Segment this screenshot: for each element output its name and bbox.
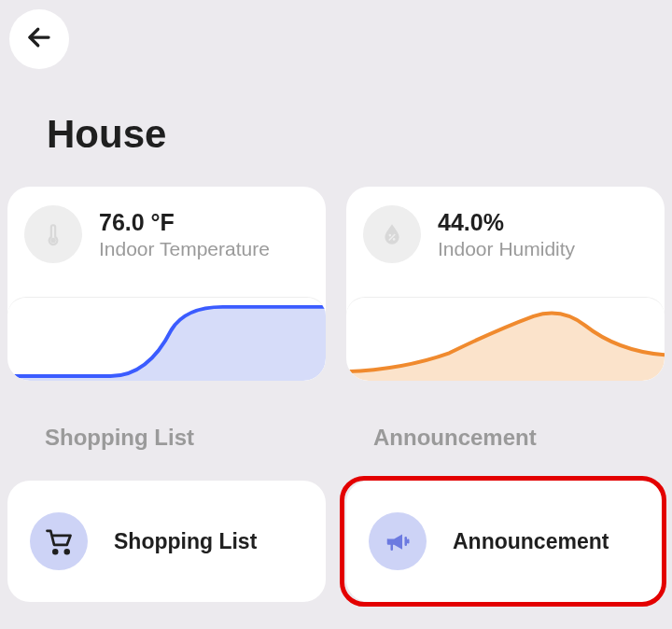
back-button[interactable] xyxy=(9,9,69,69)
humidity-icon xyxy=(363,205,421,263)
shopping-list-card[interactable]: Shopping List xyxy=(7,481,326,602)
svg-point-6 xyxy=(65,550,69,553)
shopping-list-label: Shopping List xyxy=(114,529,257,554)
svg-point-5 xyxy=(53,550,57,553)
sensor-row: 76.0 °F Indoor Temperature 44.0% xyxy=(7,187,665,381)
humidity-card[interactable]: 44.0% Indoor Humidity xyxy=(346,187,665,381)
announcement-label: Announcement xyxy=(453,529,609,554)
temperature-label: Indoor Temperature xyxy=(99,238,270,260)
section-label-shopping: Shopping List xyxy=(7,425,336,451)
section-labels: Shopping List Announcement xyxy=(7,425,665,451)
megaphone-icon xyxy=(369,512,427,570)
thermometer-icon xyxy=(24,205,82,263)
arrow-left-icon xyxy=(25,23,53,55)
temperature-value: 76.0 °F xyxy=(99,209,270,236)
humidity-label: Indoor Humidity xyxy=(438,238,575,260)
announcement-card[interactable]: Announcement xyxy=(346,481,665,602)
section-label-announcement: Announcement xyxy=(336,425,665,451)
humidity-head: 44.0% Indoor Humidity xyxy=(346,187,665,263)
temperature-card[interactable]: 76.0 °F Indoor Temperature xyxy=(7,187,326,381)
cart-icon xyxy=(30,512,88,570)
temperature-sparkline xyxy=(7,297,326,381)
temperature-head: 76.0 °F Indoor Temperature xyxy=(7,187,326,263)
page-title: House xyxy=(47,112,166,157)
svg-point-3 xyxy=(393,238,396,241)
humidity-sparkline xyxy=(346,297,665,381)
action-row: Shopping List Announcement xyxy=(7,481,665,602)
humidity-value: 44.0% xyxy=(438,209,575,236)
svg-point-2 xyxy=(389,234,392,237)
svg-point-1 xyxy=(51,239,54,242)
